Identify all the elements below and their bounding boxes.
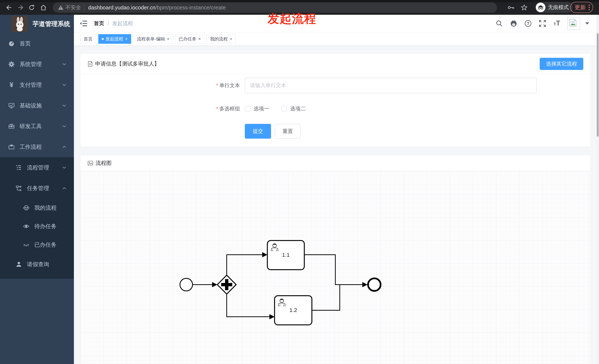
breadcrumb-home[interactable]: 首页 [94,20,104,27]
chrome-update-button[interactable]: 更新 [570,2,593,13]
checkbox-label: 选项一 [254,105,269,112]
sidebar-item-label: 待办任务 [34,223,57,230]
chevron-down-icon [62,104,66,107]
sidebar-item-task-mgmt[interactable]: 任务管理 [0,178,74,199]
apply-info-header: 申请信息【测试多审批人】 选择其它流程 [80,54,590,74]
sidebar-item-devtools[interactable]: 研发工具 [0,116,74,137]
not-secure-warning-icon [58,5,63,10]
yen-icon: ¥ [8,82,15,88]
browser-forward-button[interactable] [17,4,24,11]
single-line-text-input[interactable] [245,78,537,93]
checkbox-icon[interactable] [245,106,250,111]
chevron-up-icon [62,187,66,189]
sidebar-item-payment[interactable]: ¥ 支付管理 [0,75,74,95]
page-scrollbar[interactable] [596,15,599,364]
image-icon [87,161,93,166]
sidebar-item-system[interactable]: 系统管理 [0,54,74,75]
tab-home[interactable]: 首页 [80,34,96,44]
checkbox-option-2[interactable]: 选项二 [282,105,306,112]
screenshot-annotation: 发起流程 [268,11,316,27]
checkbox-option-1[interactable]: 选项一 [245,105,269,112]
sidebar-item-process-mgmt[interactable]: 流程管理 [0,157,74,178]
browser-menu-icon[interactable] [589,5,590,10]
submit-button[interactable]: 提交 [245,124,271,139]
help-doc-button[interactable]: ? [524,19,532,27]
sidebar-item-workflow[interactable]: 工作流程 [0,137,74,157]
tree-list-icon [16,164,22,171]
briefcase-icon [8,144,15,150]
scrollbar-thumb[interactable] [597,33,599,137]
required-asterisk: * [216,83,218,88]
browser-reload-button[interactable] [28,4,35,11]
close-icon[interactable]: × [125,37,128,41]
tab-label: 发起流程 [106,36,123,42]
checkbox-group-label: *多选框组 [80,105,245,112]
browser-back-button[interactable] [5,4,12,11]
sidebar-item-label: 我的流程 [34,204,57,212]
sidebar-item-label: 已办任务 [34,241,57,249]
checkbox-label: 选项二 [290,105,306,112]
close-icon[interactable]: × [167,37,169,41]
sidebar-logo-row[interactable]: 芋道管理系统 [0,15,74,33]
breadcrumb-separator: / [107,20,109,26]
workflow-submenu: 流程管理 任务管理 我的流程 待办任务 已办任务 [0,157,74,279]
sidebar-item-label: 系统管理 [20,60,42,68]
browser-home-button[interactable] [40,4,47,11]
task-label: 1.1 [282,252,290,258]
chevron-down-icon [62,84,66,86]
choose-other-process-button[interactable]: 选择其它流程 [540,58,583,70]
sidebar-item-infra[interactable]: 基础设施 [0,95,74,116]
app-logo [11,16,28,32]
user-avatar[interactable] [567,17,580,30]
tab-my-process[interactable]: 我的流程 × [207,34,236,44]
bookmark-star-button[interactable] [521,4,528,11]
sidebar-item-label: 请假查询 [27,261,49,268]
sidebar-collapse-button[interactable] [79,20,88,27]
start-event-node[interactable] [180,278,193,291]
font-size-button[interactable]: TT [553,19,561,27]
end-event-node[interactable] [368,278,381,291]
sidebar-item-my-process[interactable]: 我的流程 [0,199,74,217]
tab-form-edit[interactable]: 流程表单-编辑 × [133,34,173,44]
text-field-label: *单行文本 [80,82,245,89]
tab-start-process[interactable]: 发起流程 × [98,34,131,44]
sidebar-item-label: 流程管理 [27,164,49,171]
tab-done-tasks[interactable]: 已办任务 × [175,34,204,44]
fullscreen-button[interactable] [538,19,546,27]
parallel-gateway-node[interactable] [217,275,236,294]
robot-face-icon [23,204,30,211]
reload-icon [28,4,35,11]
forward-arrow-icon [18,4,24,11]
form-actions-row: 提交 重置 [80,124,590,139]
search-icon [496,20,503,27]
close-icon[interactable]: × [230,37,232,41]
sidebar-item-todo-tasks[interactable]: 待办任务 [0,217,74,236]
user-task-2-node[interactable]: 1.2 [274,296,312,325]
sidebar-item-leave-query[interactable]: 请假查询 [0,254,74,275]
github-icon [510,20,517,27]
apply-info-card: 申请信息【测试多审批人】 选择其它流程 *单行文本 *多选框组 选项一 选 [80,53,590,147]
chevron-down-icon [62,125,66,127]
bpmn-canvas[interactable]: 1.1 1.2 [80,171,590,364]
bpmn-diagram: 1.1 1.2 [80,171,590,364]
apply-info-title: 申请信息【测试多审批人】 [95,60,159,68]
password-manager-button[interactable] [508,4,515,11]
gear-icon [8,61,15,68]
user-task-1-node[interactable]: 1.1 [267,240,304,270]
header-search-button[interactable] [495,19,503,27]
required-asterisk: * [216,106,218,111]
font-size-large-glyph: T [556,19,560,27]
chevron-up-icon [62,146,66,148]
avatar-dropdown-caret[interactable] [585,22,589,25]
checkbox-icon[interactable] [282,106,287,111]
eye-closed-icon [23,241,30,248]
toolbox-icon [8,123,15,130]
key-icon [508,5,515,10]
close-icon[interactable]: × [198,37,201,41]
sidebar-item-home[interactable]: 首页 [0,33,74,54]
chevron-down-icon [62,167,66,169]
github-link-button[interactable] [510,19,518,27]
reset-button[interactable]: 重置 [275,124,301,139]
sidebar-item-done-tasks[interactable]: 已办任务 [0,236,74,254]
tab-label: 我的流程 [210,36,228,42]
